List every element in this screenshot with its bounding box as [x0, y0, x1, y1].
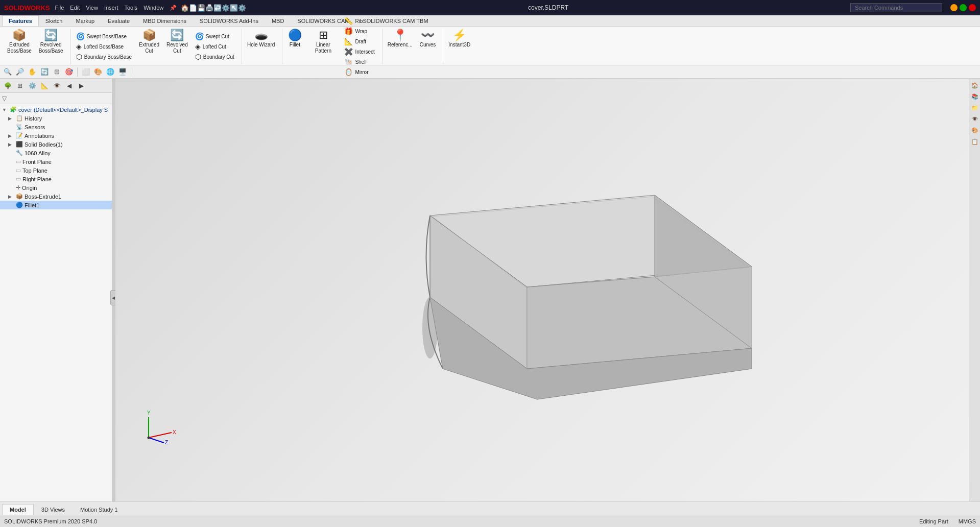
tree-root[interactable]: ▼ 🧩 cover (Default<<Default>_Display S — [0, 105, 112, 114]
section-view-icon[interactable]: ⊟ — [51, 66, 62, 78]
apply-scene-icon[interactable]: 🌐 — [105, 66, 116, 78]
tab-solidworks-addins[interactable]: SOLIDWORKS Add-Ins — [193, 15, 265, 26]
rebuild-icon[interactable]: ⚙️ — [222, 4, 230, 12]
ribbon: Features Sketch Markup Evaluate MBD Dime… — [0, 15, 980, 65]
tab-mbd-dimensions[interactable]: MBD Dimensions — [136, 15, 193, 26]
close-button[interactable] — [969, 4, 976, 11]
rib-button[interactable]: 📏 Rib — [341, 16, 377, 26]
sensors-icon: 📡 — [16, 124, 23, 130]
print-icon[interactable]: 🖨️ — [205, 4, 213, 12]
tree-item-front-plane[interactable]: ▶ ▭ Front Plane — [0, 157, 112, 166]
tab-3d-views[interactable]: 3D Views — [34, 504, 73, 515]
new-icon[interactable]: 🏠 — [181, 4, 189, 12]
lofted-cut-icon: ◈ — [195, 42, 201, 51]
tab-features[interactable]: Features — [2, 15, 39, 26]
shell-button[interactable]: 🐚 Shell — [341, 57, 377, 67]
tree-item-annotations[interactable]: ▶ 📝 Annotations — [0, 131, 112, 140]
viewport[interactable]: X Y Z — [115, 79, 969, 501]
root-icon: 🧩 — [10, 106, 17, 113]
tab-mbd[interactable]: MBD — [265, 15, 291, 26]
cursor-icon[interactable]: ↖️ — [230, 4, 238, 12]
maximize-button[interactable] — [960, 4, 967, 11]
rp-custom-properties-icon[interactable]: 📋 — [970, 137, 979, 146]
tree-item-origin[interactable]: ▶ ✛ Origin — [0, 183, 112, 192]
tree-item-right-plane[interactable]: ▶ ▭ Right Plane — [0, 175, 112, 183]
open-icon[interactable]: 📄 — [189, 4, 197, 12]
appearances-icon[interactable]: 🎨 — [92, 66, 104, 78]
display-style-icon[interactable]: ⬜ — [80, 66, 91, 78]
rp-view-palette-icon[interactable]: 👁️ — [970, 114, 979, 124]
view-setting-icon[interactable]: 🖥️ — [117, 66, 128, 78]
fillet-button[interactable]: 🔵 Fillet — [284, 29, 305, 49]
nav-left-icon[interactable]: ◀ — [63, 80, 75, 91]
reference-button[interactable]: 📍 Referenc... — [385, 29, 416, 49]
extruded-boss-base-button[interactable]: 📦 ExtrudedBoss/Base — [4, 29, 35, 55]
undo-icon[interactable]: ↩️ — [213, 4, 222, 12]
rotate-icon[interactable]: 🔄 — [39, 66, 50, 78]
boundary-cut-button[interactable]: ⬡ Boundary Cut — [192, 52, 237, 62]
mirror-button[interactable]: 🪞 Mirror — [341, 67, 377, 77]
minimize-button[interactable] — [950, 4, 958, 11]
draft-label: Draft — [355, 39, 366, 44]
tab-markup[interactable]: Markup — [69, 15, 102, 26]
tab-evaluate[interactable]: Evaluate — [101, 15, 136, 26]
boundary-boss-base-button[interactable]: ⬡ Boundary Boss/Base — [73, 52, 135, 62]
swept-cut-button[interactable]: 🌀 Swept Cut — [192, 31, 237, 41]
wrap-button[interactable]: 🎁 Wrap — [341, 26, 377, 36]
menu-tools[interactable]: Tools — [124, 5, 137, 11]
extruded-cut-button[interactable]: 📦 ExtrudedCut — [136, 29, 162, 55]
nav-right-icon[interactable]: ▶ — [76, 80, 87, 91]
options-icon[interactable]: ⚙️ — [238, 4, 246, 12]
display-manager-icon[interactable]: 👁️ — [51, 80, 62, 91]
menu-file[interactable]: File — [55, 5, 64, 11]
revolved-boss-base-button[interactable]: 🔄 RevolvedBoss/Base — [36, 29, 66, 55]
curves-button[interactable]: 〰️ Curves — [417, 29, 439, 49]
menu-pin[interactable]: 📌 — [170, 5, 177, 11]
intersect-button[interactable]: ✖️ Intersect — [341, 46, 377, 57]
tree-item-solid-bodies[interactable]: ▶ ⬛ Solid Bodies(1) — [0, 140, 112, 149]
draft-button[interactable]: 📐 Draft — [341, 36, 377, 46]
swept-boss-label: Swept Boss/Base — [87, 34, 127, 39]
rp-appearances-icon[interactable]: 🎨 — [970, 126, 979, 135]
rp-design-library-icon[interactable]: 📚 — [970, 92, 979, 101]
boss-base-group: 📦 ExtrudedBoss/Base 🔄 RevolvedBoss/Base — [4, 29, 71, 64]
tree-item-fillet1[interactable]: ▶ 🔵 Fillet1 — [0, 201, 112, 209]
tree-item-sensors[interactable]: ▶ 📡 Sensors — [0, 123, 112, 131]
tree-item-material[interactable]: ▶ 🔧 1060 Alloy — [0, 149, 112, 157]
tab-sketch[interactable]: Sketch — [39, 15, 69, 26]
swept-boss-base-button[interactable]: 🌀 Swept Boss/Base — [73, 31, 135, 41]
tree-item-top-plane[interactable]: ▶ ▭ Top Plane — [0, 166, 112, 175]
tab-model[interactable]: Model — [2, 504, 34, 515]
search-input[interactable] — [850, 3, 942, 12]
configuration-manager-icon[interactable]: ⚙️ — [27, 80, 38, 91]
menu-insert[interactable]: Insert — [104, 5, 118, 11]
instant3d-button[interactable]: ⚡ Instant3D — [445, 29, 473, 49]
dim-xpert-icon[interactable]: 📐 — [39, 80, 50, 91]
zoom-to-fit-icon[interactable]: 🔍 — [2, 66, 13, 78]
tab-motion-study-1[interactable]: Motion Study 1 — [73, 504, 125, 515]
lofted-boss-base-button[interactable]: ◈ Lofted Boss/Base — [73, 41, 135, 52]
property-manager-icon[interactable]: ⊞ — [14, 80, 26, 91]
save-icon[interactable]: 💾 — [197, 4, 205, 12]
origin-icon: ✛ — [16, 184, 20, 191]
lofted-boss-icon: ◈ — [76, 42, 82, 51]
feature-manager-icon[interactable]: 🌳 — [2, 80, 13, 91]
tree-item-boss-extrude1[interactable]: ▶ 📦 Boss-Extrude1 — [0, 192, 112, 201]
hole-wizard-button[interactable]: 🕳️ Hole Wizard — [244, 29, 278, 49]
rib-icon: 📏 — [344, 17, 353, 25]
pan-icon[interactable]: ✋ — [27, 66, 38, 78]
rp-file-explorer-icon[interactable]: 📁 — [970, 103, 979, 112]
revolved-cut-button[interactable]: 🔄 RevolvedCut — [163, 29, 191, 55]
menu-window[interactable]: Window — [144, 5, 163, 11]
view-orientation-icon[interactable]: 🎯 — [63, 66, 75, 78]
revolved-cut-label: RevolvedCut — [166, 42, 188, 54]
revolved-boss-label: RevolvedBoss/Base — [39, 42, 63, 54]
rp-solidworks-resources-icon[interactable]: 🏠 — [970, 81, 979, 90]
zoom-area-icon[interactable]: 🔎 — [14, 66, 26, 78]
linear-pattern-button[interactable]: ⊞ Linear Pattern — [306, 29, 340, 55]
menu-view[interactable]: View — [86, 5, 98, 11]
tree-item-history[interactable]: ▶ 📋 History — [0, 114, 112, 123]
solid-bodies-expander: ▶ — [8, 142, 14, 147]
lofted-cut-button[interactable]: ◈ Lofted Cut — [192, 41, 237, 52]
menu-edit[interactable]: Edit — [70, 5, 80, 11]
